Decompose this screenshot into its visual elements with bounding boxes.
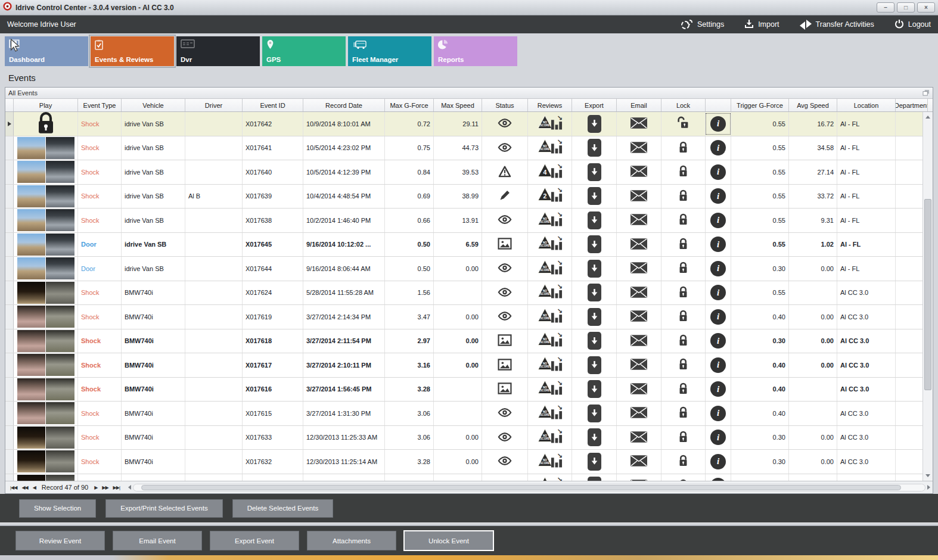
cell-info[interactable]: i [706,329,731,353]
event-thumbnail[interactable] [17,234,74,256]
export-icon[interactable] [588,260,601,278]
cell-reviews[interactable]: NOSCORE ↘ [528,353,572,377]
cell-play[interactable] [14,281,78,305]
cell-lock[interactable] [661,305,706,329]
cell-email[interactable] [617,160,661,184]
export-icon[interactable] [588,477,601,481]
cell-lock[interactable] [661,378,706,402]
cell-reviews[interactable]: NOSCORE ↘ [528,257,572,281]
cell-export[interactable] [572,402,617,425]
cell-lock[interactable] [661,281,706,305]
cell-info[interactable]: i [706,209,731,232]
cell-email[interactable] [617,474,661,481]
review-score-icon[interactable]: NOSCORE ↘ [538,476,563,481]
column-header-driver[interactable]: Driver [185,99,243,111]
cell-export[interactable] [572,329,617,353]
cell-play[interactable] [14,474,78,481]
event-thumbnail[interactable] [17,427,74,449]
cell-play[interactable] [14,426,78,450]
cell-export[interactable] [572,160,617,184]
cell-export[interactable] [572,305,617,329]
review-score-icon[interactable]: NOSCORE ↘ [538,307,563,326]
cell-export[interactable] [572,281,617,305]
column-header-max-speed[interactable]: Max Speed [434,99,482,111]
cell-play[interactable] [14,329,78,353]
cell-info[interactable]: i [706,378,731,402]
show-selection-button[interactable]: Show Selection [19,499,96,518]
export-icon[interactable] [588,453,601,471]
locked-icon[interactable] [678,285,688,300]
info-icon[interactable]: i [710,140,726,155]
table-row[interactable]: Shockidrive Van SBX01764210/9/2014 8:10:… [5,112,923,136]
logout-button[interactable]: Logout [894,19,931,30]
table-row[interactable]: Shockidrive Van SBX01764110/5/2014 4:23:… [5,136,923,161]
info-icon[interactable]: i [710,333,726,349]
column-header-export[interactable]: Export [572,99,617,111]
cell-info[interactable]: i [706,233,731,257]
cell-lock[interactable] [661,112,706,136]
column-header-play[interactable]: Play [14,99,78,111]
email-icon[interactable] [630,142,647,154]
event-thumbnail[interactable] [17,137,74,159]
cell-lock[interactable] [661,329,706,353]
unlock-event-button[interactable]: Unlock Event [404,531,493,550]
prev-record-button[interactable]: ◀ [30,485,38,490]
cell-reviews[interactable]: NOSCORE ↘ [528,450,572,474]
import-button[interactable]: Import [744,19,779,30]
review-score-icon[interactable]: 2 ↘ [538,186,563,206]
column-header-event-type[interactable]: Event Type [78,99,122,111]
export-icon[interactable] [588,284,601,301]
event-thumbnail[interactable] [17,330,74,352]
horizontal-scrollbar[interactable] [128,483,930,492]
cell-email[interactable] [617,281,661,305]
table-row[interactable]: ShockBMW740iX01763212/30/2013 11:25:14 A… [5,450,923,474]
column-header-record-date[interactable]: Record Date [303,99,385,111]
info-icon[interactable]: i [710,381,726,397]
table-row[interactable]: ShockBMW740iX0176183/27/2014 2:11:54 PM2… [5,329,923,354]
cell-reviews[interactable]: 4 ↘ [528,160,572,184]
column-header-max-g-force[interactable]: Max G-Force [385,99,434,111]
info-icon[interactable]: i [710,237,726,252]
table-row[interactable]: Dooridrive Van SBX0176449/16/2014 8:06:4… [5,257,923,281]
cell-export[interactable] [572,185,617,209]
cell-reviews[interactable]: NOSCORE ↘ [528,329,572,353]
cell-export[interactable] [572,136,617,160]
locked-icon[interactable] [678,164,688,179]
cell-export[interactable] [572,233,617,257]
cell-lock[interactable] [661,353,706,377]
horizontal-scroll-thumb[interactable] [141,485,901,490]
cell-export[interactable] [572,353,617,377]
table-row[interactable]: ShockBMW740iX01763312/30/2013 11:25:33 A… [5,426,923,450]
email-icon[interactable] [630,117,647,130]
cell-info[interactable]: i [706,402,731,425]
cell-play[interactable] [14,378,78,402]
cell-reviews[interactable]: NOSCORE ↘ [528,112,572,136]
email-event-button[interactable]: Email Event [113,531,202,550]
cell-export[interactable] [572,257,617,281]
column-header-lock[interactable]: Lock [661,99,706,111]
column-header-department[interactable]: Department [896,99,928,111]
first-record-button[interactable]: |◀◀ [8,485,19,490]
column-header-vehicle[interactable]: Vehicle [122,99,185,111]
cell-info[interactable]: i [706,281,731,305]
cell-lock[interactable] [661,233,706,257]
cell-reviews[interactable]: NOSCORE ↘ [528,209,572,232]
cell-reviews[interactable]: NOSCORE ↘ [528,426,572,450]
tile-reports[interactable]: Reports [434,36,517,66]
cell-reviews[interactable]: 2 ↘ [528,185,572,209]
export-print-selected-events-button[interactable]: Export/Print Selected Events [105,499,222,518]
column-header-location[interactable]: Location [837,99,896,111]
tile-events-reviews[interactable]: Events & Reviews [91,36,174,66]
export-icon[interactable] [588,356,601,374]
cell-info[interactable]: i [706,185,731,209]
locked-play-icon[interactable] [36,112,55,136]
cell-play[interactable] [14,305,78,329]
export-icon[interactable] [588,211,601,229]
event-thumbnail[interactable] [17,450,74,472]
cell-info[interactable]: i [706,160,731,184]
cell-email[interactable] [617,257,661,281]
review-score-icon[interactable]: NOSCORE ↘ [538,356,563,375]
export-icon[interactable] [588,332,601,350]
table-row[interactable]: Shockidrive Van SBX01763810/2/2014 1:46:… [5,209,923,233]
cell-play[interactable] [14,185,78,209]
